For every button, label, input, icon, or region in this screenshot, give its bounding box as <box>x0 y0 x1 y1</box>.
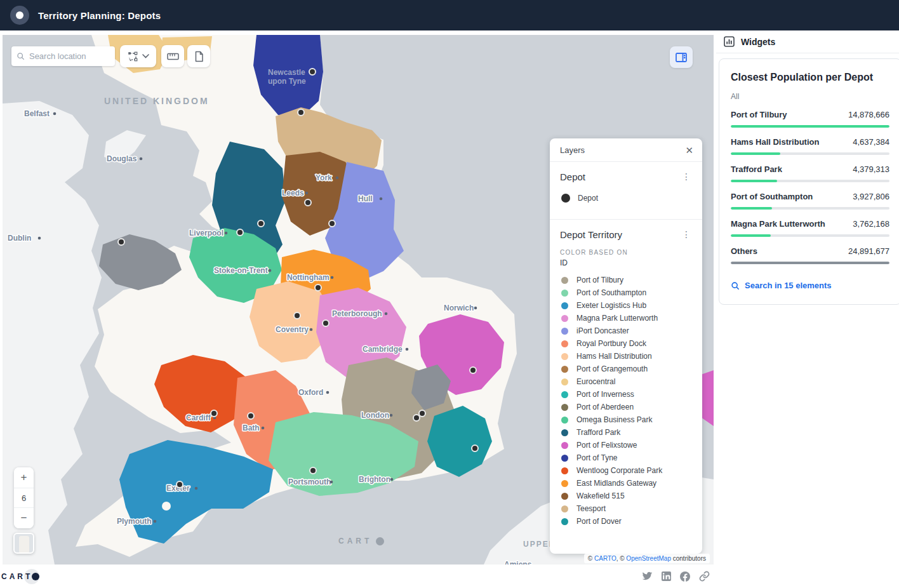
layers-panel-title: Layers <box>560 145 585 155</box>
legend-color-dot <box>561 315 568 322</box>
zoom-out-button[interactable]: − <box>14 508 34 528</box>
measure-button[interactable] <box>161 45 184 67</box>
widget-row[interactable]: Port of Tilbury14,878,666 <box>731 110 889 128</box>
territory-legend-row: Trafford Park <box>560 426 692 439</box>
legend-color-dot <box>561 290 568 297</box>
city-label-norwich: Norwich <box>444 304 474 312</box>
territory-legend-row: Port of Dover <box>560 515 692 528</box>
widget-row[interactable]: Others24,891,677 <box>731 246 889 264</box>
osm-attribution-link[interactable]: OpenStreetMap <box>626 555 671 562</box>
widget-row-label: Port of Southampton <box>731 192 813 201</box>
city-label-plymouth: Plymouth <box>117 517 152 526</box>
carto-logo[interactable]: CART <box>1 568 39 585</box>
widget-row-value: 4,637,384 <box>853 137 889 147</box>
widget-row-label: Hams Hall Distribution <box>731 137 819 147</box>
territory-legend-row: Exeter Logistics Hub <box>560 299 692 312</box>
polygon-select-button[interactable] <box>120 45 156 67</box>
city-label-newcastle-2: upon Tyne <box>268 77 306 86</box>
legend-label: Wentloog Corporate Park <box>576 466 662 475</box>
linkedin-icon[interactable] <box>662 571 671 581</box>
location-search[interactable] <box>11 46 115 66</box>
city-label-amiens: Amiens <box>504 560 532 565</box>
population-widget-card: Closest Population per Depot All Port of… <box>719 58 899 305</box>
depot-territory-layer-title: Depot Territory <box>560 229 622 240</box>
legend-label: Port of Tyne <box>576 453 617 462</box>
search-input[interactable] <box>29 51 110 61</box>
city-label-hull: Hull <box>358 194 373 203</box>
zoom-control: + 6 − <box>14 467 34 528</box>
city-label-douglas: Douglas <box>107 154 137 163</box>
legend-label: Teesport <box>576 504 606 513</box>
zoom-in-button[interactable]: + <box>14 467 34 488</box>
territory-legend-row: Wentloog Corporate Park <box>560 464 692 477</box>
territory-legend-row: Port of Tyne <box>560 451 692 464</box>
minimap-thumbnail <box>19 536 29 553</box>
city-label-brighton: Brighton <box>359 475 390 484</box>
carto-watermark-dot <box>376 537 384 545</box>
carto-logo-dot <box>32 573 39 580</box>
legend-label: Exeter Logistics Hub <box>576 301 646 310</box>
city-label-peterborough: Peterborough <box>332 309 382 318</box>
widget-row[interactable]: Trafford Park4,379,313 <box>731 164 889 182</box>
territory-legend-row: Royal Portbury Dock <box>560 337 692 350</box>
facebook-icon[interactable] <box>680 571 690 582</box>
legend-label: Trafford Park <box>576 428 620 437</box>
feature-info-button[interactable] <box>187 45 210 67</box>
widget-row-value: 14,878,666 <box>848 110 889 119</box>
widget-row-label: Trafford Park <box>731 164 782 174</box>
widget-row-label: Others <box>731 246 757 256</box>
twitter-icon[interactable] <box>642 571 653 581</box>
territory-legend-row: Wakefield 515 <box>560 490 692 502</box>
territory-legend-row: Port of Grangemouth <box>560 363 692 375</box>
depot-legend-label: Depot <box>578 194 598 203</box>
legend-color-dot <box>561 366 568 373</box>
legend-label: Port of Southampton <box>576 288 646 297</box>
widget-row-label: Port of Tilbury <box>731 110 787 119</box>
city-label-belfast: Belfast <box>24 109 50 118</box>
app-logo-icon[interactable] <box>10 6 29 25</box>
legend-label: iPort Doncaster <box>576 326 629 335</box>
widgets-panel-toggle-button[interactable] <box>670 46 693 68</box>
close-icon[interactable]: ✕ <box>685 145 693 155</box>
city-label-bath: Bath <box>243 424 260 432</box>
widget-row-value: 24,891,677 <box>848 246 889 256</box>
map-canvas[interactable]: UNITED KINGDOM UPPER Amiens Belfast Doug… <box>3 35 714 565</box>
depot-layer-section: Depot ⋮ Depot <box>550 162 702 215</box>
legend-color-dot <box>561 505 568 512</box>
sidebar-layout-icon <box>676 53 687 62</box>
widget-search-link[interactable]: Search in 15 elements <box>731 281 832 290</box>
carto-watermark: CART <box>338 537 384 545</box>
widgets-sidebar: Widgets Closest Population per Depot All… <box>714 30 899 565</box>
legend-color-dot <box>561 480 568 487</box>
city-label-portsmouth: Portsmouth <box>288 478 331 486</box>
widget-row[interactable]: Port of Southampton3,927,806 <box>731 192 889 210</box>
widget-row-bar <box>731 125 889 128</box>
legend-color-dot <box>561 417 568 424</box>
exeter-hole <box>162 502 171 511</box>
city-label-stoke: Stoke-on-Trent <box>214 266 268 275</box>
widget-row[interactable]: Magna Park Lutterworth3,762,168 <box>731 219 889 237</box>
city-label-leeds: Leeds <box>282 189 304 197</box>
widget-row-bar <box>731 152 889 155</box>
kebab-menu-icon[interactable]: ⋮ <box>681 171 692 182</box>
territory-legend-row: East Midlands Gateway <box>560 477 692 490</box>
territory-legend-row: Port of Tilbury <box>560 274 692 286</box>
territory-legend-row: Port of Southampton <box>560 286 692 299</box>
legend-color-dot <box>561 467 568 474</box>
widget-title: Closest Population per Depot <box>731 72 889 83</box>
chevron-down-icon <box>142 54 149 58</box>
widget-row-value: 3,762,168 <box>853 219 889 229</box>
territory-legend-row: Magna Park Lutterworth <box>560 312 692 324</box>
share-link-icon[interactable] <box>699 571 710 582</box>
kebab-menu-icon[interactable]: ⋮ <box>681 229 692 240</box>
carto-attribution-link[interactable]: CARTO <box>594 555 616 562</box>
legend-color-dot <box>561 340 568 347</box>
ruler-icon <box>167 53 179 60</box>
depot-territory-layer-section: Depot Territory ⋮ COLOR BASED ON ID Port… <box>550 220 702 534</box>
widget-row-label: Magna Park Lutterworth <box>731 219 825 229</box>
city-label-york: York <box>316 173 332 182</box>
legend-color-dot <box>561 378 568 385</box>
minimap-button[interactable] <box>13 533 34 554</box>
widget-row[interactable]: Hams Hall Distribution4,637,384 <box>731 137 889 155</box>
widget-row-value: 3,927,806 <box>853 192 889 201</box>
